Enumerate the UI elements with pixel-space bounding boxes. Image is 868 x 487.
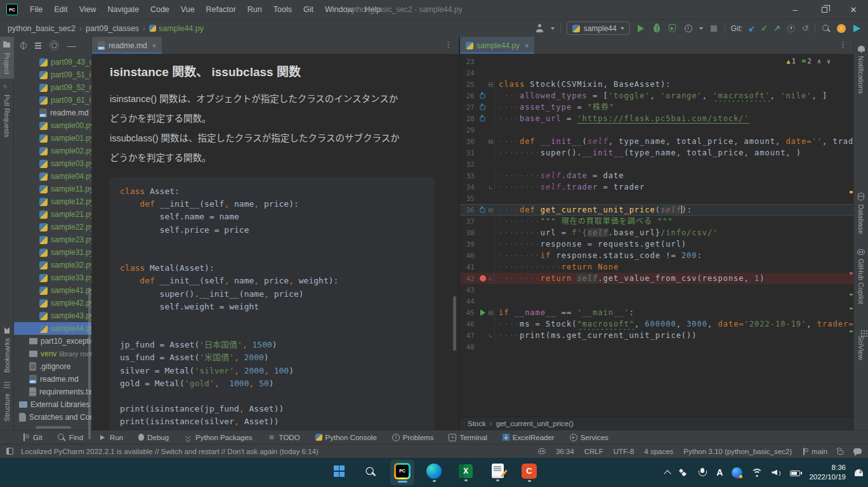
hide-panel-icon[interactable]: — xyxy=(67,41,76,51)
code-line-32[interactable]: 32 xyxy=(460,159,853,170)
line-number[interactable]: 23 xyxy=(460,58,478,66)
line-number[interactable]: 34 xyxy=(460,183,478,192)
event-log-icon[interactable] xyxy=(853,448,862,454)
close-button[interactable]: ✕ xyxy=(839,0,868,19)
line-number[interactable]: 32 xyxy=(460,160,478,169)
breadcrumb-method[interactable]: get_current_unit_price() xyxy=(496,420,574,427)
minimize-button[interactable]: – xyxy=(780,0,810,19)
tool-button-project[interactable]: Project xyxy=(0,37,14,79)
gutter[interactable] xyxy=(478,275,487,282)
tree-item-sample42-py[interactable]: sample42.py xyxy=(14,297,91,309)
code-line-44[interactable]: 44 xyxy=(460,295,853,307)
warnings-indicator[interactable]: ▲1 xyxy=(786,57,796,65)
line-number[interactable]: 46 xyxy=(460,320,478,328)
taskbar-pycharm[interactable]: PC xyxy=(390,460,414,485)
breadcrumb-item-sample44-py[interactable]: sample44.py xyxy=(149,24,204,33)
git-rollback-icon[interactable]: ↺ xyxy=(802,23,809,33)
code-line-26[interactable]: 26····allowed_types = ['toggle', 'orange… xyxy=(460,90,853,101)
line-number[interactable]: 48 xyxy=(460,343,478,351)
code-text[interactable]: ····def get_current_unit_price(self): xyxy=(494,204,853,216)
tree-item-sample22-py[interactable]: sample22.py xyxy=(14,221,91,233)
stripe-change-mark[interactable] xyxy=(850,294,853,295)
notification-bell-icon[interactable] xyxy=(855,469,863,476)
next-problem-icon[interactable]: ∨ xyxy=(827,58,831,65)
error-stripe[interactable] xyxy=(849,54,853,417)
fold-icon[interactable]: − xyxy=(489,140,493,144)
tree-item-part09-61-is-fu[interactable]: part09_61_is_fu xyxy=(14,94,91,107)
gutter[interactable] xyxy=(478,93,487,99)
tree-item-requirements-txt[interactable]: requirements.txt xyxy=(14,386,91,398)
code-text[interactable]: ····def __init__(self, type_name, total_… xyxy=(494,136,853,147)
git-branch[interactable]: main xyxy=(802,448,827,455)
user-ball-tray-icon[interactable] xyxy=(732,467,742,478)
search-everywhere-icon[interactable] xyxy=(821,23,831,34)
line-number[interactable]: 41 xyxy=(460,263,478,271)
tree-item-sample02-py[interactable]: sample02.py xyxy=(14,145,91,157)
profiler-button[interactable] xyxy=(683,23,694,34)
tree-item-sample32-py[interactable]: sample32.py xyxy=(14,259,91,271)
fold-gutter[interactable] xyxy=(487,334,494,337)
line-number[interactable]: 24 xyxy=(460,69,478,77)
code-line-28[interactable]: 28····base_url = 'https://flask.pc5bai.c… xyxy=(460,113,853,124)
code-text[interactable]: ····allowed_types = ['toggle', 'orange',… xyxy=(494,90,853,101)
tree-item-sample44-py[interactable]: sample44.py xyxy=(14,322,91,335)
tool-window-problems[interactable]: Problems xyxy=(392,434,434,441)
tool-window-find[interactable]: Find xyxy=(58,433,83,441)
tab-readme[interactable]: readme.md × xyxy=(92,37,162,54)
tool-window-debug[interactable]: Debug xyxy=(138,434,169,441)
tree-item-sample12-py[interactable]: sample12.py xyxy=(14,195,91,208)
git-update-icon[interactable]: ↙ xyxy=(748,23,755,33)
fold-gutter[interactable]: − xyxy=(487,82,494,87)
close-icon[interactable]: × xyxy=(152,42,156,49)
menu-vue[interactable]: Vue xyxy=(175,0,201,19)
code-line-43[interactable]: 43 xyxy=(460,284,853,295)
gutter[interactable] xyxy=(478,116,487,122)
tree-item-part09-43-class[interactable]: part09_43_class xyxy=(14,56,91,68)
menu-refactor[interactable]: Refactor xyxy=(201,0,242,19)
menu-view[interactable]: View xyxy=(74,0,102,19)
tray-expand-icon[interactable] xyxy=(664,470,671,477)
code-text[interactable]: ····ms = Stock("macrosoft", 600000, 3000… xyxy=(494,318,853,330)
fold-gutter[interactable] xyxy=(487,186,494,189)
fold-icon[interactable]: − xyxy=(489,208,493,212)
menu-edit[interactable]: Edit xyxy=(48,0,74,19)
collapse-all-icon[interactable] xyxy=(35,42,41,49)
code-editor[interactable]: 232425−class Stock(CSVMixin, BaseAsset):… xyxy=(460,54,853,417)
override-marker-icon[interactable] xyxy=(480,105,485,110)
line-number[interactable]: 26 xyxy=(460,92,478,100)
line-number[interactable]: 37 xyxy=(460,218,478,226)
gutter[interactable] xyxy=(478,309,487,316)
taskbar-notepad[interactable] xyxy=(485,460,510,485)
line-number[interactable]: 47 xyxy=(460,332,478,340)
taskbar-search-button[interactable] xyxy=(358,460,383,485)
code-line-42[interactable]: 42········return self.get_value_from_csv… xyxy=(460,273,853,284)
microphone-tray-icon[interactable] xyxy=(697,468,707,477)
tool-window-terminal[interactable]: Terminal xyxy=(449,434,487,441)
run-configuration-select[interactable]: sample44 xyxy=(567,22,630,35)
line-number[interactable]: 35 xyxy=(460,195,478,203)
dropbox-tray-icon[interactable] xyxy=(679,469,688,477)
line-number[interactable]: 31 xyxy=(460,149,478,157)
readme-scrollbar[interactable] xyxy=(453,296,456,351)
tree-item-sample04-py[interactable]: sample04.py xyxy=(14,170,91,183)
code-line-29[interactable]: 29 xyxy=(460,124,853,136)
line-number[interactable]: 44 xyxy=(460,297,478,306)
code-text[interactable]: ········""" 現在の買取単価を調べる """ xyxy=(494,216,853,227)
tree-item-sample31-py[interactable]: sample31.py xyxy=(14,246,91,259)
stripe-change-mark[interactable] xyxy=(850,330,853,332)
breadcrumb-class[interactable]: Stock xyxy=(468,420,486,427)
tree-item-part09-51-inhe[interactable]: part09_51_inhe xyxy=(14,68,91,81)
tool-button-bookmarks[interactable]: Bookmarks xyxy=(3,322,11,377)
code-line-25[interactable]: 25−class Stock(CSVMixin, BaseAsset): xyxy=(460,79,853,90)
select-opened-file-icon[interactable] xyxy=(20,42,27,49)
tab-options-icon[interactable]: ⋮ xyxy=(839,37,853,49)
status-message[interactable]: Localized PyCharm 2022.2.1 is available … xyxy=(21,448,319,455)
code-line-33[interactable]: 33········self.date = date xyxy=(460,170,853,181)
code-line-41[interactable]: 41············return None xyxy=(460,261,853,273)
taskbar-camtasia[interactable]: C xyxy=(517,460,541,485)
line-number[interactable]: 28 xyxy=(460,115,478,123)
tree-item-sample41-py[interactable]: sample41.py xyxy=(14,284,91,297)
code-text[interactable]: class Stock(CSVMixin, BaseAsset): xyxy=(494,79,853,90)
code-line-37[interactable]: 37········""" 現在の買取単価を調べる """ xyxy=(460,216,853,227)
tree-item-external-libraries[interactable]: External Libraries xyxy=(14,398,91,411)
